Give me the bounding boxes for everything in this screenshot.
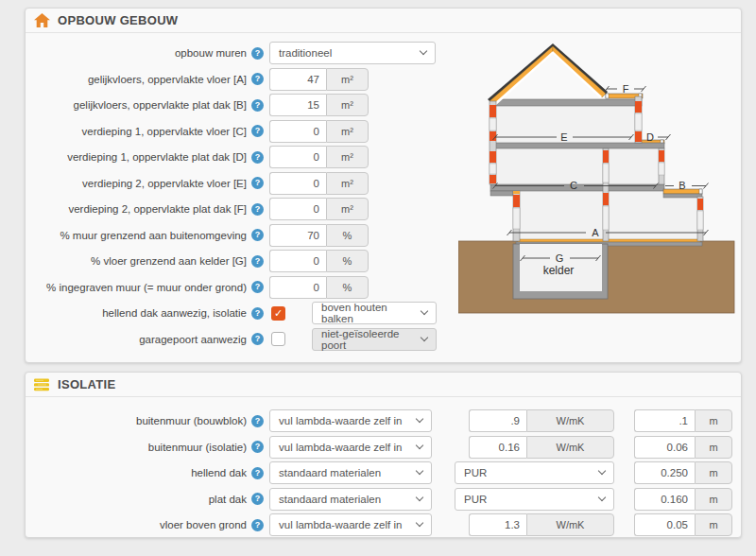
vloer-e-input[interactable] xyxy=(269,172,326,195)
isolatie-header: ISOLATIE xyxy=(26,373,741,397)
select-value: PUR xyxy=(464,494,487,505)
help-icon[interactable] xyxy=(251,307,264,320)
unit-addon: W/mK xyxy=(526,436,614,459)
help-icon[interactable] xyxy=(251,47,264,60)
help-icon[interactable] xyxy=(251,99,264,112)
plat-dak-materiaal-select[interactable]: PUR xyxy=(455,488,614,511)
select-value: PUR xyxy=(464,467,487,478)
garagepoort-checkbox[interactable] xyxy=(271,332,285,346)
help-icon[interactable] xyxy=(251,203,264,216)
row-plat-dak-f: verdieping 2, oppervlakte plat dak [F] m… xyxy=(35,198,465,220)
row-label: opbouw muren xyxy=(35,47,247,59)
pct-muur-buiten-input[interactable] xyxy=(269,224,326,247)
help-icon[interactable] xyxy=(251,493,264,505)
row-buitenmuur-isolatie: buitenmuur (isolatie) vul lambda-waarde … xyxy=(35,436,736,459)
row-label: verdieping 2, oppervlakte plat dak [F] xyxy=(35,203,247,215)
vloer-boven-grond-method-select[interactable]: vul lambda-waarde zelf in xyxy=(269,513,432,536)
plat-dak-d-input[interactable] xyxy=(269,146,326,168)
help-icon[interactable] xyxy=(251,151,264,164)
plat-dak-method-select[interactable]: standaard materialen xyxy=(269,488,432,511)
select-value: standaard materialen xyxy=(279,494,381,505)
row-label: plat dak xyxy=(35,494,247,505)
pct-ingegraven-muur-input[interactable] xyxy=(269,276,326,299)
vloer-boven-grond-lambda-input[interactable] xyxy=(469,513,526,536)
chevron-down-icon xyxy=(416,493,423,500)
chevron-down-icon xyxy=(421,307,428,315)
help-icon[interactable] xyxy=(251,177,264,189)
help-icon[interactable] xyxy=(251,519,264,531)
diagram-label-g: G xyxy=(556,252,564,264)
pct-vloer-kelder-input[interactable] xyxy=(269,250,326,272)
panel-title: ISOLATIE xyxy=(58,377,115,391)
vloer-c-input[interactable] xyxy=(269,120,326,143)
select-value: traditioneel xyxy=(279,47,332,59)
hellend-dak-materiaal-select[interactable]: PUR xyxy=(455,461,614,484)
hellend-dak-checkbox[interactable] xyxy=(271,306,285,321)
row-label: verdieping 2, oppervlakte vloer [E] xyxy=(35,178,247,189)
buitenmuur-bouwblok-lambda-input[interactable] xyxy=(469,409,526,432)
hellend-dak-method-select[interactable]: standaard materialen xyxy=(269,461,432,484)
row-vloer-c: verdieping 1, oppervlakte vloer [C] m² xyxy=(35,120,465,143)
row-pct-ingegraven-muur: % ingegraven muur (= muur onder grond) % xyxy=(35,276,465,299)
help-icon[interactable] xyxy=(251,441,264,453)
unit-addon: % xyxy=(326,224,369,247)
diagram-label-b: B xyxy=(679,180,685,191)
row-label: gelijkvloers, oppervlakte vloer [A] xyxy=(35,74,247,85)
help-icon[interactable] xyxy=(251,125,264,137)
select-value: niet-geïsoleerde poort xyxy=(321,328,421,351)
unit-addon: m² xyxy=(326,146,369,168)
unit-addon: W/mK xyxy=(526,409,614,432)
chevron-down-icon xyxy=(421,333,428,340)
unit-addon: m xyxy=(695,488,732,511)
opbouw-gebouw-panel: OPBOUW GEBOUW opbouw muren traditioneel … xyxy=(25,8,742,363)
vloer-boven-grond-dikte-input[interactable] xyxy=(634,513,695,536)
row-label: verdieping 1, oppervlakte vloer [C] xyxy=(35,126,247,137)
buitenmuur-isolatie-method-select[interactable]: vul lambda-waarde zelf in xyxy=(269,436,432,459)
isolatie-panel: ISOLATIE buitenmuur (bouwblok) vul lambd… xyxy=(25,372,742,538)
chevron-down-icon xyxy=(598,467,606,475)
help-icon[interactable] xyxy=(251,73,264,85)
opbouw-muren-select[interactable]: traditioneel xyxy=(269,42,436,64)
row-label: % vloer grenzend aan kelder [G] xyxy=(35,255,247,267)
row-pct-muur-buiten: % muur grenzend aan buitenomgeving % xyxy=(35,224,465,247)
unit-addon: m xyxy=(695,436,732,459)
row-label: buitenmuur (isolatie) xyxy=(35,442,247,453)
buitenmuur-isolatie-lambda-input[interactable] xyxy=(469,436,526,459)
opbouw-gebouw-header: OPBOUW GEBOUW xyxy=(26,9,741,33)
row-vloer-e: verdieping 2, oppervlakte vloer [E] m² xyxy=(35,172,465,195)
unit-addon: m² xyxy=(326,198,369,220)
row-buitenmuur-bouwblok: buitenmuur (bouwblok) vul lambda-waarde … xyxy=(35,409,736,432)
buitenmuur-bouwblok-method-select[interactable]: vul lambda-waarde zelf in xyxy=(269,409,432,432)
home-icon xyxy=(34,13,50,27)
diagram-label-kelder: kelder xyxy=(543,264,575,277)
row-label: garagepoort aanwezig xyxy=(35,334,247,345)
row-plat-dak: plat dak standaard materialen PUR m xyxy=(35,488,736,511)
plat-dak-dikte-input[interactable] xyxy=(634,488,695,511)
buitenmuur-isolatie-dikte-input[interactable] xyxy=(634,436,695,459)
row-label: hellend dak aanwezig, isolatie xyxy=(35,307,247,319)
diagram-label-d: D xyxy=(646,131,654,143)
diagram-label-c: C xyxy=(570,180,577,191)
select-value: vul lambda-waarde zelf in xyxy=(279,442,402,453)
plat-dak-f-input[interactable] xyxy=(269,198,326,220)
buitenmuur-bouwblok-dikte-input[interactable] xyxy=(634,409,695,432)
row-label: % muur grenzend aan buitenomgeving xyxy=(35,230,247,241)
help-icon[interactable] xyxy=(251,229,264,241)
hellend-dak-dikte-input[interactable] xyxy=(634,461,695,484)
unit-addon: m² xyxy=(326,94,369,116)
plat-dak-b-input[interactable] xyxy=(269,94,326,116)
hellend-dak-isolatie-select[interactable]: boven houten balken xyxy=(312,302,437,324)
help-icon[interactable] xyxy=(251,333,264,345)
diagram-label-a: A xyxy=(592,227,599,238)
help-icon[interactable] xyxy=(251,255,264,268)
help-icon[interactable] xyxy=(251,415,264,427)
help-icon[interactable] xyxy=(251,467,264,479)
unit-addon: m xyxy=(695,461,732,484)
unit-addon: m² xyxy=(326,172,369,195)
chevron-down-icon xyxy=(416,441,423,448)
help-icon[interactable] xyxy=(251,281,264,293)
row-oppervlakte-vloer-a: gelijkvloers, oppervlakte vloer [A] m² xyxy=(35,68,465,91)
oppervlakte-vloer-a-input[interactable] xyxy=(269,68,326,91)
garagepoort-select[interactable]: niet-geïsoleerde poort xyxy=(312,328,437,351)
row-label: % ingegraven muur (= muur onder grond) xyxy=(35,282,247,293)
